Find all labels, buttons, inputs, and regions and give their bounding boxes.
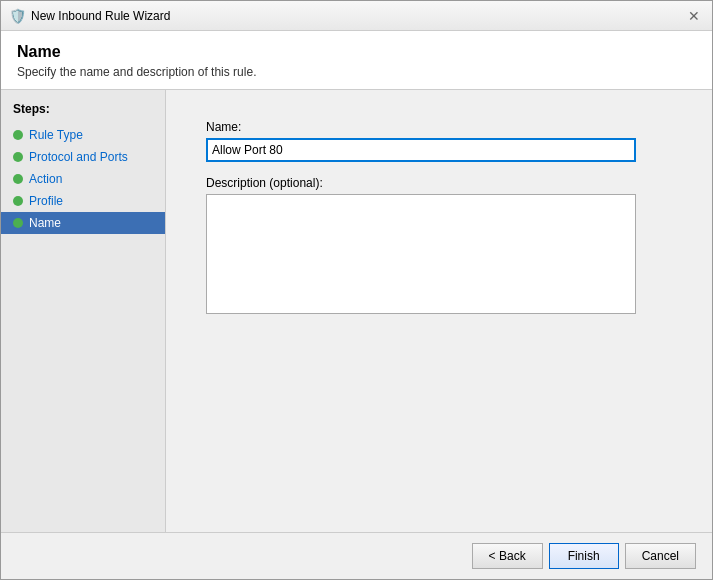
steps-label: Steps: [1,98,165,124]
page-title: Name [17,43,696,61]
name-field-label: Name: [206,120,672,134]
header-area: Name Specify the name and description of… [1,31,712,90]
main-content: Name: Description (optional): [166,90,712,532]
form-section: Name: Description (optional): [206,120,672,512]
cancel-button[interactable]: Cancel [625,543,696,569]
window-title: New Inbound Rule Wizard [31,9,170,23]
step-dot-action [13,174,23,184]
wizard-window: 🛡️ New Inbound Rule Wizard ✕ Name Specif… [0,0,713,580]
finish-button[interactable]: Finish [549,543,619,569]
sidebar-item-label-protocol-and-ports: Protocol and Ports [29,150,128,164]
page-subtitle: Specify the name and description of this… [17,65,696,79]
sidebar-item-label-profile: Profile [29,194,63,208]
sidebar-item-protocol-and-ports[interactable]: Protocol and Ports [1,146,165,168]
description-textarea[interactable] [206,194,636,314]
sidebar-item-profile[interactable]: Profile [1,190,165,212]
desc-field-label: Description (optional): [206,176,672,190]
step-dot-name [13,218,23,228]
app-icon: 🛡️ [9,8,25,24]
content-area: Steps: Rule Type Protocol and Ports Acti… [1,90,712,532]
sidebar-item-rule-type[interactable]: Rule Type [1,124,165,146]
sidebar-item-label-rule-type: Rule Type [29,128,83,142]
back-button[interactable]: < Back [472,543,543,569]
sidebar-item-action[interactable]: Action [1,168,165,190]
title-bar-left: 🛡️ New Inbound Rule Wizard [9,8,170,24]
step-dot-rule-type [13,130,23,140]
sidebar-item-label-action: Action [29,172,62,186]
sidebar: Steps: Rule Type Protocol and Ports Acti… [1,90,166,532]
close-button[interactable]: ✕ [684,6,704,26]
step-dot-protocol-and-ports [13,152,23,162]
footer: < Back Finish Cancel [1,532,712,579]
sidebar-item-name[interactable]: Name [1,212,165,234]
step-dot-profile [13,196,23,206]
title-bar: 🛡️ New Inbound Rule Wizard ✕ [1,1,712,31]
sidebar-item-label-name: Name [29,216,61,230]
name-input[interactable] [206,138,636,162]
